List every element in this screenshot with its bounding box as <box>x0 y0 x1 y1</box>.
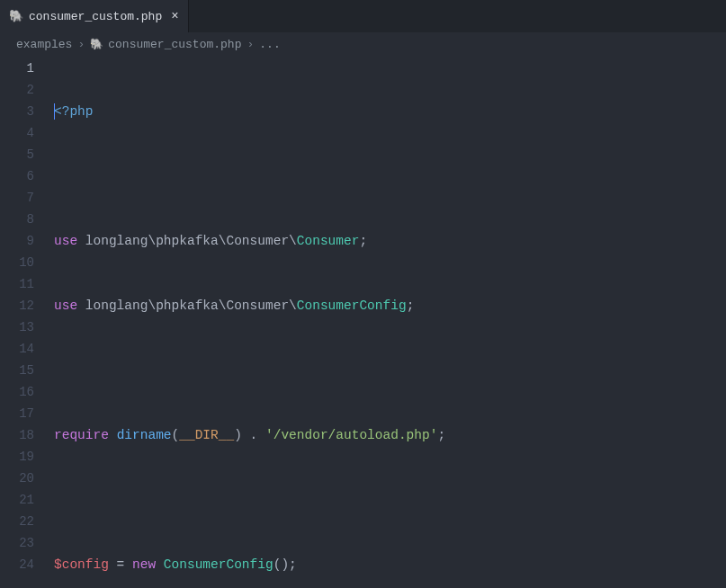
line-number: 2 <box>0 79 34 101</box>
token: \ <box>148 298 156 313</box>
token <box>109 428 117 442</box>
token: phpkafka <box>156 298 219 313</box>
line-number: 11 <box>0 273 34 295</box>
editor[interactable]: 1 2 3 4 5 6 7 8 9 10 11 12 13 14 15 16 1… <box>0 56 726 588</box>
token: ConsumerConfig <box>297 298 407 313</box>
code-line <box>54 489 726 511</box>
breadcrumb-file[interactable]: 🐘 consumer_custom.php <box>90 38 241 51</box>
line-number: 4 <box>0 122 34 144</box>
text-cursor <box>54 103 55 120</box>
code-line: use longlang\phpkafka\Consumer\Consumer; <box>54 230 726 252</box>
token: ( <box>172 428 180 442</box>
php-file-icon: 🐘 <box>90 38 103 51</box>
token: ; <box>289 557 297 572</box>
token: __DIR__ <box>179 428 234 442</box>
line-number: 19 <box>0 446 34 468</box>
breadcrumb-folder[interactable]: examples <box>16 38 72 51</box>
code-line: use longlang\phpkafka\Consumer\ConsumerC… <box>54 295 726 316</box>
token: ConsumerConfig <box>164 557 273 572</box>
token: '/vendor/autoload.php' <box>265 428 437 442</box>
token: <?php <box>54 104 94 119</box>
tab-bar: 🐘 consumer_custom.php × <box>0 0 726 32</box>
token: . <box>242 428 265 442</box>
token: longlang <box>85 298 148 313</box>
token <box>77 234 85 248</box>
line-number: 8 <box>0 209 34 230</box>
code-area[interactable]: <?php use longlang\phpkafka\Consumer\Con… <box>54 58 726 588</box>
chevron-right-icon: › <box>246 38 254 51</box>
token: new <box>132 557 156 572</box>
code-line: require dirname(__DIR__) . '/vendor/auto… <box>54 424 726 446</box>
token: Consumer <box>226 234 289 248</box>
token: Consumer <box>297 234 360 248</box>
token: require <box>54 428 109 442</box>
code-line: $config = new ConsumerConfig(); <box>54 554 726 575</box>
line-number: 23 <box>0 532 34 554</box>
line-number: 3 <box>0 101 34 122</box>
code-line <box>54 165 726 187</box>
token: ) <box>281 557 289 572</box>
code-line <box>54 360 726 381</box>
line-number: 17 <box>0 403 34 424</box>
line-number: 22 <box>0 511 34 532</box>
token: Consumer <box>226 298 289 313</box>
line-number: 14 <box>0 338 34 360</box>
token: $config <box>54 557 109 572</box>
token: ; <box>407 298 415 313</box>
line-number: 21 <box>0 489 34 511</box>
token: \ <box>148 234 156 248</box>
token: longlang <box>85 234 148 248</box>
line-number: 24 <box>0 554 34 575</box>
token <box>77 298 85 313</box>
tab-active[interactable]: 🐘 consumer_custom.php × <box>0 0 189 32</box>
token: use <box>54 234 77 248</box>
line-number: 10 <box>0 252 34 273</box>
token <box>156 557 164 572</box>
token: = <box>109 557 132 572</box>
line-number: 5 <box>0 144 34 165</box>
breadcrumb-more[interactable]: ... <box>259 38 280 51</box>
token: phpkafka <box>156 234 219 248</box>
breadcrumb: examples › 🐘 consumer_custom.php › ... <box>0 32 726 56</box>
line-number: 13 <box>0 316 34 338</box>
token: use <box>54 298 77 313</box>
line-number: 18 <box>0 424 34 446</box>
token: ; <box>437 428 445 442</box>
line-number: 9 <box>0 230 34 252</box>
token: \ <box>289 298 297 313</box>
line-number: 1 <box>0 58 34 79</box>
token: ) <box>234 428 242 442</box>
breadcrumb-file-label: consumer_custom.php <box>108 38 241 51</box>
line-number: 12 <box>0 295 34 316</box>
php-file-icon: 🐘 <box>9 9 23 23</box>
line-number: 15 <box>0 360 34 381</box>
line-number: 7 <box>0 187 34 209</box>
chevron-right-icon: › <box>77 38 85 51</box>
close-icon[interactable]: × <box>171 9 178 23</box>
tab-label: consumer_custom.php <box>29 10 162 23</box>
token: dirname <box>117 428 172 442</box>
token: \ <box>289 234 297 248</box>
line-number: 16 <box>0 381 34 403</box>
line-number: 20 <box>0 468 34 489</box>
token: ; <box>359 234 367 248</box>
line-number: 6 <box>0 165 34 187</box>
code-line: <?php <box>54 101 726 122</box>
gutter: 1 2 3 4 5 6 7 8 9 10 11 12 13 14 15 16 1… <box>0 58 54 588</box>
